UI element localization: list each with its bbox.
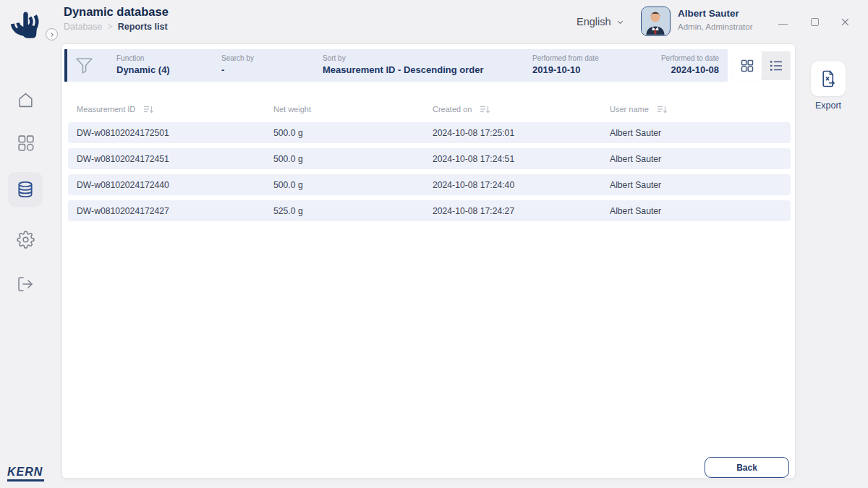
filter-field-search-by: Search by - — [221, 49, 254, 82]
column-header-created-on[interactable]: Created on — [424, 105, 601, 114]
column-label: Measurement ID — [77, 105, 135, 114]
maximize-icon — [811, 18, 819, 26]
user-avatar[interactable] — [641, 7, 671, 36]
database-icon — [16, 180, 35, 199]
filter-value: Measurement ID - Descending order — [323, 64, 484, 75]
table-row[interactable]: DW-w08102024172451 500.0 g 2024-10-08 17… — [68, 148, 791, 169]
window-minimize-button[interactable] — [774, 13, 791, 30]
window-maximize-button[interactable] — [806, 13, 823, 30]
kern-logo: KERN — [7, 466, 44, 481]
app-logo-tap-hand-icon — [4, 3, 45, 43]
filter-label: Search by — [221, 54, 254, 62]
cell-created-on: 2024-10-08 17:24:40 — [424, 180, 601, 190]
apps-grid-icon — [17, 134, 35, 152]
sidebar-item-apps[interactable] — [8, 125, 43, 160]
cell-created-on: 2024-10-08 17:25:01 — [424, 128, 601, 138]
grid-view-button[interactable] — [733, 51, 762, 80]
cell-user-name: Albert Sauter — [601, 180, 791, 190]
chevron-right-icon — [49, 32, 55, 38]
list-view-icon — [768, 58, 784, 74]
filter-label: Performed to date — [661, 54, 719, 62]
cell-measurement-id: DW-w08102024172440 — [68, 180, 265, 190]
sidebar-item-logout[interactable] — [8, 267, 43, 301]
filter-value: - — [221, 64, 254, 75]
column-header-user-name[interactable]: User name — [601, 105, 791, 114]
language-value: English — [576, 16, 611, 27]
filter-summary-bar[interactable]: Function Dynamic (4) Search by - Sort by… — [64, 49, 728, 82]
filter-field-function: Function Dynamic (4) — [116, 49, 170, 82]
cell-created-on: 2024-10-08 17:24:27 — [424, 206, 601, 216]
cell-user-name: Albert Sauter — [601, 154, 791, 164]
window-close-button[interactable] — [836, 13, 854, 30]
grid-view-icon — [739, 58, 755, 74]
breadcrumb-parent[interactable]: Database — [64, 22, 103, 32]
cell-net-weight: 500.0 g — [265, 154, 424, 164]
language-selector[interactable]: English — [576, 0, 624, 43]
column-header-measurement-id[interactable]: Measurement ID — [68, 105, 265, 114]
cell-measurement-id: DW-w08102024172451 — [68, 154, 265, 164]
back-button[interactable]: Back — [705, 457, 789, 478]
cell-measurement-id: DW-w08102024172427 — [68, 206, 265, 216]
table-body: DW-w08102024172501 500.0 g 2024-10-08 17… — [68, 122, 791, 226]
export-excel-icon — [818, 69, 838, 89]
column-label: Net weight — [273, 105, 311, 114]
sidebar: KERN — [0, 0, 61, 488]
cell-created-on: 2024-10-08 17:24:51 — [424, 154, 601, 164]
home-icon — [17, 91, 35, 109]
filter-field-sort-by: Sort by Measurement ID - Descending orde… — [323, 49, 484, 82]
export-label: Export — [805, 100, 851, 111]
sidebar-item-home[interactable] — [8, 82, 43, 117]
filter-label: Performed from date — [532, 54, 599, 62]
logout-icon — [17, 275, 34, 293]
sidebar-item-database[interactable] — [8, 172, 43, 207]
export-button[interactable] — [811, 61, 846, 96]
cell-measurement-id: DW-w08102024172501 — [68, 128, 265, 138]
breadcrumb-separator: > — [108, 22, 113, 32]
chevron-down-icon — [616, 18, 624, 26]
filter-field-performed-to: Performed to date 2024-10-08 — [661, 49, 719, 82]
sidebar-expand-button[interactable] — [46, 28, 58, 40]
cell-user-name: Albert Sauter — [601, 206, 791, 216]
list-view-button[interactable] — [762, 51, 791, 80]
gear-icon — [17, 231, 35, 249]
user-name: Albert Sauter — [678, 8, 739, 19]
sidebar-item-settings[interactable] — [8, 222, 43, 257]
page-title: Dynamic database — [64, 5, 169, 19]
cell-net-weight: 500.0 g — [265, 180, 424, 190]
cell-net-weight: 525.0 g — [265, 206, 424, 216]
view-toggle — [733, 51, 791, 80]
minimize-icon — [778, 24, 788, 25]
table-row[interactable]: DW-w08102024172501 500.0 g 2024-10-08 17… — [68, 122, 791, 143]
table-row[interactable]: DW-w08102024172427 525.0 g 2024-10-08 17… — [68, 200, 791, 221]
close-icon — [841, 17, 850, 27]
column-label: Created on — [433, 105, 472, 114]
user-role: Admin, Adminstrator — [678, 22, 753, 31]
column-header-net-weight[interactable]: Net weight — [265, 105, 424, 114]
filter-funnel-icon — [75, 56, 94, 78]
breadcrumb-current: Reports list — [118, 22, 168, 32]
filter-label: Function — [116, 54, 170, 62]
cell-user-name: Albert Sauter — [601, 128, 791, 138]
filter-label: Sort by — [323, 54, 484, 62]
sort-icon[interactable] — [657, 105, 668, 114]
filter-value: 2019-10-10 — [532, 64, 599, 75]
sort-icon[interactable] — [480, 105, 490, 114]
filter-value: 2024-10-08 — [661, 64, 719, 75]
filter-accent-bar — [64, 49, 67, 82]
sort-icon[interactable] — [143, 105, 154, 114]
filter-field-performed-from: Performed from date 2019-10-10 — [532, 49, 599, 82]
breadcrumb: Database > Reports list — [64, 22, 168, 32]
filter-value: Dynamic (4) — [116, 64, 170, 75]
column-label: User name — [610, 105, 649, 114]
reports-list-panel: Function Dynamic (4) Search by - Sort by… — [61, 43, 796, 479]
cell-net-weight: 500.0 g — [265, 128, 424, 138]
table-header-row: Measurement ID Net weight Created on Use… — [68, 102, 791, 116]
table-row[interactable]: DW-w08102024172440 500.0 g 2024-10-08 17… — [68, 174, 791, 195]
